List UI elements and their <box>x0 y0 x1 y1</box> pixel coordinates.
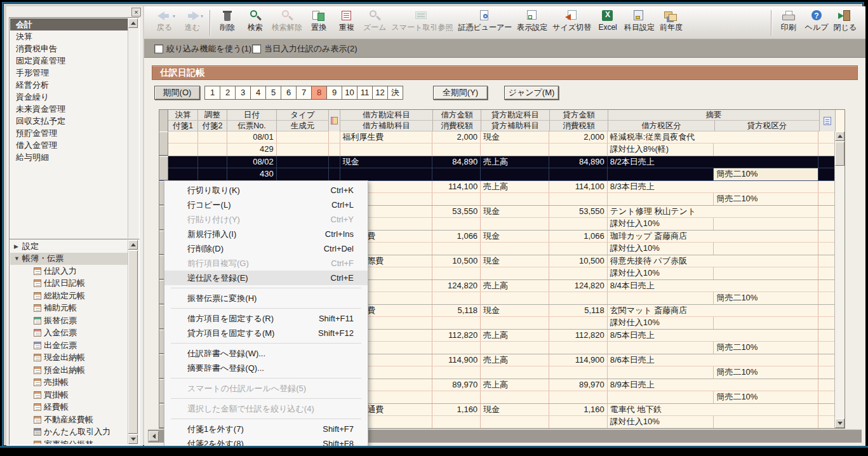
cell-note[interactable] <box>818 330 834 341</box>
cell-note[interactable] <box>818 354 834 366</box>
period-month-button[interactable]: 8 <box>311 86 327 100</box>
cell-debit-tax-class[interactable] <box>608 193 714 205</box>
cell-generator[interactable] <box>277 144 329 156</box>
scroll-up-button[interactable] <box>835 131 845 141</box>
col-debit-tax[interactable]: 借方税区分 <box>608 121 715 131</box>
cell-debit-tax-class[interactable]: 課対仕入10% <box>608 317 714 329</box>
cell-note-2[interactable] <box>818 168 834 180</box>
cell-fusen1[interactable] <box>168 144 198 156</box>
toolbar-button[interactable]: ▾ 重複 <box>333 9 361 32</box>
cell-fusen2[interactable] <box>198 144 227 156</box>
toolbar-button[interactable]: ▾ 検索 <box>241 9 269 32</box>
cell-note-2[interactable] <box>818 292 834 304</box>
period-month-button[interactable]: 11 <box>357 86 373 100</box>
col-debit-sub[interactable]: 借方補助科目 <box>340 121 433 131</box>
scroll-down-button[interactable] <box>835 419 845 428</box>
cell-debit-amount[interactable]: 84,890 <box>432 156 481 168</box>
cell-note[interactable] <box>818 255 834 267</box>
cell-debit-amount[interactable]: 114,900 <box>432 354 481 366</box>
tree-item[interactable]: 入金伝票 <box>10 327 128 340</box>
cell-note-2[interactable] <box>818 193 834 205</box>
period-month-button[interactable]: 3 <box>235 86 251 100</box>
col-chousei[interactable]: 調整 <box>198 110 227 121</box>
cell-credit-tax-amount[interactable] <box>549 218 608 230</box>
cell-credit-sub[interactable] <box>481 416 549 428</box>
journal-entry-row[interactable]: 08/01 福利厚生費 2,000 現金 2,000 軽減税率:従業員夜食代 <box>159 131 834 156</box>
period-month-button[interactable]: 1 <box>204 86 220 100</box>
toolbar-button[interactable]: ▾ Excel <box>594 9 622 32</box>
tree-item[interactable]: 補助元帳 <box>10 302 128 315</box>
cell-credit-account[interactable]: 現金 <box>481 305 549 316</box>
cell-credit-tax-class[interactable] <box>714 267 818 279</box>
context-menu-item[interactable]: 逆仕訳を登録(E) Ctrl+E <box>164 271 368 285</box>
col-credit-sub[interactable]: 貸方補助科目 <box>481 121 550 131</box>
toolbar-button[interactable]: ▾ 印刷 <box>775 9 803 32</box>
cell-credit-account[interactable]: 売上高 <box>481 156 549 168</box>
context-menu-item[interactable]: 前行項目複写(G) Ctrl+F <box>164 256 368 271</box>
all-period-button[interactable]: 全期間(Y) <box>433 86 488 100</box>
cell-debit-tax-amount[interactable] <box>432 168 481 180</box>
cell-summary[interactable]: 珈琲カップ 斎藤商店 <box>608 231 818 242</box>
cell-credit-account[interactable]: 現金 <box>481 255 549 267</box>
context-menu-item[interactable]: 選択した金額で仕訳を絞り込む(4) <box>164 401 368 416</box>
module-list-scrollbar[interactable] <box>128 18 138 238</box>
cell-credit-amount[interactable]: 5,118 <box>549 305 608 316</box>
tree-scrollbar[interactable] <box>128 240 138 444</box>
toolbar-button[interactable]: ▾ 閉じる <box>831 9 859 32</box>
context-menu-item[interactable]: 貸方項目を固定する(M) Shift+F12 <box>164 326 368 340</box>
cell-debit-tax-amount[interactable] <box>432 243 481 255</box>
cell-credit-amount[interactable]: 89,970 <box>549 379 608 391</box>
cell-credit-account[interactable]: 売上高 <box>481 330 549 341</box>
cell-credit-tax-amount[interactable] <box>549 243 608 255</box>
cell-credit-sub[interactable] <box>481 267 549 279</box>
cell-debit-amount[interactable]: 1,066 <box>432 231 481 242</box>
cell-credit-account[interactable]: 売上高 <box>481 379 549 391</box>
cell-fusen1[interactable] <box>168 168 198 180</box>
cell-note[interactable] <box>818 404 834 415</box>
cell-note[interactable] <box>818 206 834 217</box>
cell-credit-sub[interactable] <box>481 391 549 403</box>
journal-entry-row[interactable]: 08/02 現金 84,890 売上高 84,890 8/2本日売上 <box>159 156 834 181</box>
cell-debit-tax-amount[interactable] <box>432 416 481 428</box>
cell-fusen2[interactable] <box>198 168 227 180</box>
context-menu-item[interactable] <box>171 288 361 288</box>
period-month-button[interactable]: 6 <box>281 86 297 100</box>
cell-debit-tax-amount[interactable] <box>432 391 481 403</box>
period-month-button[interactable]: 2 <box>220 86 236 100</box>
cell-credit-sub[interactable] <box>481 366 549 379</box>
period-month-button[interactable]: 9 <box>326 86 342 100</box>
context-menu-item[interactable]: 新規行挿入(I) Ctrl+Ins <box>164 227 368 241</box>
toolbar-button[interactable]: ▾ 表示設定 <box>514 9 550 32</box>
cell-credit-tax-class[interactable] <box>714 243 818 255</box>
tree-item[interactable]: 家事按分振替 <box>10 438 128 444</box>
toolbar-button[interactable]: ▾ 削除 <box>213 9 241 32</box>
scrollbar-thumb[interactable] <box>128 250 138 434</box>
cell-credit-amount[interactable]: 2,000 <box>549 131 608 143</box>
col-debit-amount[interactable]: 借方金額 <box>433 110 481 121</box>
sidebar-module-item[interactable]: 資金繰り <box>10 91 128 103</box>
checkbox-icon[interactable] <box>252 44 261 53</box>
cell-credit-amount[interactable]: 84,890 <box>549 156 608 168</box>
cell-debit-tax-class[interactable] <box>608 391 714 403</box>
sidebar-module-item[interactable]: 回収支払予定 <box>10 115 128 127</box>
cell-debit-tax-amount[interactable] <box>432 342 481 354</box>
cell-credit-tax-class[interactable]: 簡売二10% <box>714 366 818 379</box>
cell-credit-amount[interactable]: 10,500 <box>549 255 608 267</box>
cell-credit-sub[interactable] <box>481 342 549 354</box>
cell-credit-tax-amount[interactable] <box>549 342 608 354</box>
context-menu-item[interactable] <box>171 419 361 419</box>
col-tax-amount-1[interactable]: 消費税額 <box>433 121 481 131</box>
toolbar-button[interactable]: ▾ 科目設定 <box>622 9 657 32</box>
toolbar-button[interactable]: ▾ 置換 <box>305 9 333 32</box>
col-date[interactable]: 日付 <box>227 110 277 121</box>
col-slip-no[interactable]: 伝票No. <box>227 121 277 131</box>
toolbar-button[interactable]: ▾ ヘルプ <box>803 9 831 32</box>
cell-slip-no[interactable]: 429 <box>227 144 277 156</box>
context-menu-item[interactable]: 摘要辞書へ登録(Q)... <box>164 361 368 375</box>
cell-note[interactable] <box>818 280 834 292</box>
cell-fusen-mark-2[interactable] <box>329 168 340 180</box>
sidebar-module-item[interactable]: 固定資産管理 <box>10 55 128 67</box>
context-menu-item[interactable] <box>171 343 361 344</box>
cell-credit-tax-class[interactable]: 簡売二10% <box>714 193 818 205</box>
cell-credit-sub[interactable] <box>481 193 549 205</box>
